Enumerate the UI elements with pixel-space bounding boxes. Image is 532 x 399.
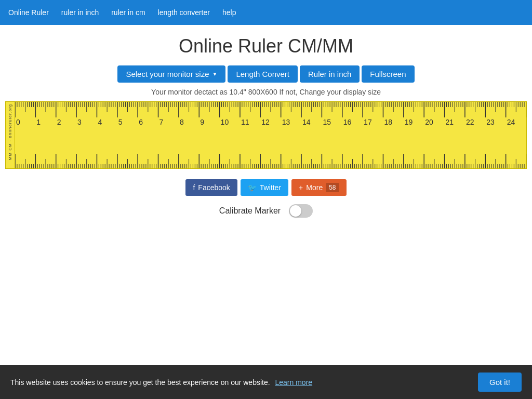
main-content: Online Ruler CM/MM Select your monitor s… [0, 25, 532, 218]
navbar: Online Ruler ruler in inch ruler in cm l… [0, 0, 532, 25]
twitter-button[interactable]: 🐦 Twitter [241, 179, 288, 196]
calibrate-row: Calibrate Marker [0, 204, 532, 218]
length-convert-button[interactable]: Length Convert [228, 65, 298, 83]
svg-text:5: 5 [118, 118, 123, 126]
ruler: MM CM · onlineruler.org 0123456789101112… [5, 101, 527, 169]
svg-text:0: 0 [16, 118, 20, 126]
dropdown-arrow-icon: ▼ [212, 71, 218, 77]
svg-text:18: 18 [384, 118, 392, 126]
nav-length[interactable]: length converter [158, 8, 210, 17]
svg-text:6: 6 [139, 118, 143, 126]
calibrate-label: Calibrate Marker [219, 206, 281, 216]
svg-text:7: 7 [159, 118, 164, 126]
ruler-inch-button[interactable]: Ruler in inch [300, 65, 360, 83]
svg-text:1: 1 [36, 118, 41, 126]
svg-text:12: 12 [261, 118, 270, 126]
more-count: 58 [326, 183, 339, 192]
svg-text:3: 3 [77, 118, 82, 126]
svg-text:20: 20 [425, 118, 433, 126]
toggle-slider [289, 204, 313, 218]
svg-text:24: 24 [507, 118, 515, 126]
svg-text:11: 11 [241, 118, 249, 126]
social-bar: f Facebook 🐦 Twitter + More 58 [0, 179, 532, 196]
monitor-size-button[interactable]: Select your monitor size ▼ [117, 65, 225, 83]
svg-text:2: 2 [57, 118, 61, 126]
facebook-label: Facebook [198, 183, 230, 192]
page-title: Online Ruler CM/MM [0, 35, 532, 57]
ruler-side-text: MM CM · onlineruler.org [8, 104, 12, 160]
fullscreen-button[interactable]: Fullscreen [362, 65, 414, 83]
facebook-button[interactable]: f Facebook [185, 179, 237, 196]
nav-cm[interactable]: ruler in cm [111, 8, 145, 17]
twitter-icon: 🐦 [248, 183, 257, 192]
svg-text:10: 10 [221, 118, 229, 126]
ruler-svg: 0123456789101112131415161718192021222324… [15, 102, 526, 168]
svg-text:8: 8 [180, 118, 184, 126]
svg-text:14: 14 [302, 118, 311, 126]
toolbar: Select your monitor size ▼ Length Conver… [0, 65, 532, 83]
svg-text:13: 13 [282, 118, 290, 126]
more-button[interactable]: + More 58 [291, 179, 346, 196]
calibrate-toggle[interactable] [289, 204, 313, 218]
svg-text:15: 15 [323, 118, 331, 126]
twitter-label: Twitter [260, 183, 281, 192]
svg-text:4: 4 [98, 118, 102, 126]
brand-link[interactable]: Online Ruler [8, 8, 49, 17]
svg-text:9: 9 [200, 118, 204, 126]
plus-icon: + [299, 183, 303, 192]
svg-text:17: 17 [364, 118, 372, 126]
more-label: More [306, 183, 323, 192]
nav-help[interactable]: help [222, 8, 236, 17]
facebook-icon: f [193, 183, 195, 192]
monitor-info: Your monitor dectact as 10.4" 800X600 If… [0, 88, 532, 96]
ruler-side-label: MM CM · onlineruler.org [6, 102, 15, 168]
svg-text:16: 16 [343, 118, 352, 126]
nav-inch[interactable]: ruler in inch [61, 8, 99, 17]
svg-text:23: 23 [486, 118, 495, 126]
svg-text:19: 19 [405, 118, 413, 126]
svg-text:21: 21 [446, 118, 454, 126]
svg-text:22: 22 [466, 118, 474, 126]
